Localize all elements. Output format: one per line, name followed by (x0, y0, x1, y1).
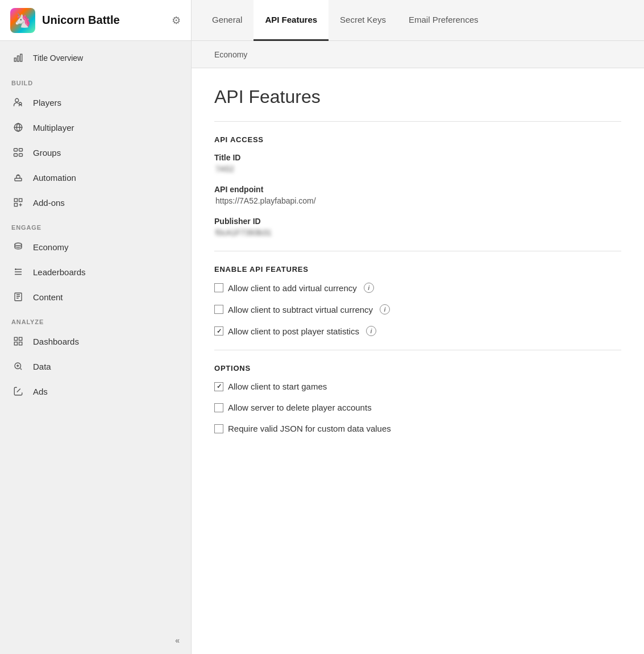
sidebar-item-ads[interactable]: Ads (0, 379, 191, 404)
checkbox-start-games: Allow client to start games (214, 382, 621, 391)
main-content: General API Features Secret Keys Email P… (192, 0, 644, 654)
sidebar-item-label: Add-ons (33, 198, 65, 208)
checkbox-add-virtual-currency-label: Allow client to add virtual currency (228, 283, 357, 293)
checkbox-valid-json: Require valid JSON for custom data value… (214, 424, 621, 433)
sidebar-item-automation[interactable]: Automation (0, 165, 191, 190)
tab-general[interactable]: General (201, 0, 254, 41)
data-icon (11, 359, 25, 373)
svg-rect-9 (19, 154, 23, 156)
publisher-id-label: Publisher ID (214, 217, 621, 226)
api-endpoint-value: https://7A52.playfabapi.com/ (214, 196, 621, 205)
svg-rect-18 (19, 337, 22, 340)
checkbox-delete-player-accounts: Allow server to delete player accounts (214, 403, 621, 412)
checkbox-valid-json-input[interactable] (214, 424, 223, 433)
sidebar-item-players[interactable]: Players (0, 90, 191, 115)
app-title: Unicorn Battle (42, 14, 172, 27)
sidebar-item-label: Groups (33, 148, 61, 158)
checkbox-add-virtual-currency-input[interactable] (214, 283, 223, 292)
sidebar-item-leaderboards[interactable]: Leaderboards (0, 259, 191, 284)
sidebar-item-multiplayer[interactable]: Multiplayer (0, 115, 191, 140)
sidebar-nav: Title Overview BUILD Players Multiplayer… (0, 41, 191, 627)
checkbox-start-games-label: Allow client to start games (228, 382, 327, 391)
svg-point-15 (15, 243, 22, 246)
section-label-engage: ENGAGE (0, 215, 191, 234)
divider2 (214, 251, 621, 251)
title-id-value: 7A52 (214, 164, 621, 173)
checkbox-add-virtual-currency: Allow client to add virtual currency i (214, 283, 621, 293)
checkbox-delete-player-accounts-input[interactable] (214, 403, 223, 412)
info-icon-subtract-virtual-currency[interactable]: i (380, 304, 390, 314)
section-label-build: BUILD (0, 71, 191, 90)
players-icon (11, 96, 25, 109)
tab-economy[interactable]: Economy (205, 41, 256, 68)
sidebar-item-label: Dashboards (33, 337, 79, 346)
sidebar-item-add-ons[interactable]: Add-ons (0, 190, 191, 215)
second-tab-bar: Economy (192, 41, 644, 68)
sidebar-item-content[interactable]: Content (0, 284, 191, 309)
checkbox-valid-json-label: Require valid JSON for custom data value… (228, 424, 391, 433)
groups-icon (11, 146, 25, 159)
svg-rect-6 (14, 148, 18, 151)
top-tab-bar: General API Features Secret Keys Email P… (192, 0, 644, 41)
svg-rect-16 (15, 293, 22, 301)
checkbox-post-player-statistics-label: Allow client to post player statistics (228, 326, 359, 336)
divider (214, 121, 621, 122)
svg-point-3 (15, 98, 19, 102)
logo-emoji: 🦄 (14, 13, 31, 28)
dashboards-icon (11, 334, 25, 348)
app-logo: 🦄 (10, 8, 35, 33)
svg-rect-7 (19, 148, 23, 151)
svg-rect-8 (14, 154, 18, 156)
tab-api-features[interactable]: API Features (254, 0, 329, 41)
page-title: API Features (214, 86, 621, 107)
sidebar-item-label: Automation (33, 173, 76, 183)
sidebar-item-label: Leaderboards (33, 267, 86, 277)
addons-icon (11, 196, 25, 209)
enable-api-section-title: ENABLE API FEATURES (214, 265, 621, 274)
svg-rect-19 (14, 342, 17, 345)
divider3 (214, 350, 621, 350)
svg-rect-14 (14, 204, 17, 206)
gear-icon[interactable]: ⚙ (172, 14, 181, 27)
multiplayer-icon (11, 121, 25, 134)
sidebar: 🦄 Unicorn Battle ⚙ Title Overview BUILD … (0, 0, 192, 654)
svg-rect-17 (14, 337, 17, 340)
leaderboards-icon (11, 265, 25, 279)
checkbox-subtract-virtual-currency-input[interactable] (214, 305, 223, 314)
sidebar-item-groups[interactable]: Groups (0, 140, 191, 165)
api-endpoint-label: API endpoint (214, 185, 621, 194)
sidebar-item-dashboards[interactable]: Dashboards (0, 329, 191, 354)
page-content-area: API Features API ACCESS Title ID 7A52 AP… (192, 68, 644, 654)
bar-chart-icon (11, 51, 25, 65)
checkbox-start-games-input[interactable] (214, 382, 223, 391)
sidebar-item-data[interactable]: Data (0, 354, 191, 379)
sidebar-item-economy[interactable]: Economy (0, 234, 191, 259)
sidebar-header: 🦄 Unicorn Battle ⚙ (0, 0, 191, 41)
svg-rect-12 (14, 198, 17, 201)
tab-secret-keys[interactable]: Secret Keys (329, 0, 397, 41)
svg-rect-10 (15, 179, 22, 181)
svg-rect-2 (20, 54, 22, 61)
api-access-section-title: API ACCESS (214, 135, 621, 144)
section-label-analyze: ANALYZE (0, 309, 191, 329)
api-endpoint-field: API endpoint https://7A52.playfabapi.com… (214, 185, 621, 205)
svg-rect-20 (19, 342, 22, 345)
info-icon-add-virtual-currency[interactable]: i (364, 283, 374, 293)
svg-point-11 (18, 175, 19, 176)
sidebar-item-label: Multiplayer (33, 123, 74, 133)
checkbox-subtract-virtual-currency-label: Allow client to subtract virtual currenc… (228, 305, 373, 314)
svg-rect-13 (19, 198, 22, 201)
checkbox-post-player-statistics-input[interactable] (214, 326, 223, 336)
sidebar-item-label: Title Overview (33, 53, 83, 63)
publisher-id-field: Publisher ID f0cA1F7393b31 (214, 217, 621, 237)
sidebar-item-label: Ads (33, 387, 48, 396)
svg-rect-1 (18, 56, 19, 61)
tab-email-preferences[interactable]: Email Preferences (397, 0, 490, 41)
sidebar-collapse-button[interactable]: « (0, 627, 191, 654)
info-icon-post-player-statistics[interactable]: i (366, 326, 376, 336)
sidebar-item-title-overview[interactable]: Title Overview (0, 45, 191, 71)
economy-icon (11, 240, 25, 254)
sidebar-item-label: Data (33, 362, 51, 371)
ads-icon (11, 384, 25, 398)
checkbox-subtract-virtual-currency: Allow client to subtract virtual currenc… (214, 304, 621, 314)
